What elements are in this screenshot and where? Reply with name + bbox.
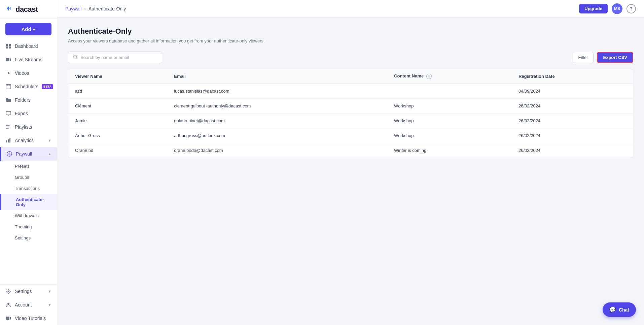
cell-content-name-0 — [387, 84, 512, 98]
breadcrumb: Paywall › Authenticate-Only — [65, 6, 126, 11]
nav-analytics[interactable]: Analytics ▼ — [0, 134, 57, 147]
sidebar-bottom: Settings ▼ Account ▼ Video Tutorials — [0, 284, 57, 325]
nav-settings[interactable]: Settings ▼ — [0, 285, 57, 298]
sub-nav-presets[interactable]: Presets — [0, 161, 57, 172]
nav-playlists[interactable]: Playlists — [0, 120, 57, 134]
toolbar: Filter Export CSV — [68, 52, 633, 63]
page-content: Authenticate-Only Access your viewers da… — [57, 18, 644, 325]
folders-icon — [5, 97, 11, 103]
add-button[interactable]: Add + — [5, 23, 51, 35]
page-description: Access your viewers database and gather … — [68, 38, 633, 43]
cell-viewer-name-0: azd — [68, 84, 167, 98]
table-row: Arthur Gross arthur.gross@outlook.com Wo… — [68, 128, 633, 143]
table-header-row: Viewer Name Email Content Name ℹ Registr… — [68, 69, 633, 84]
logo-icon — [5, 5, 13, 14]
svg-rect-3 — [9, 46, 11, 48]
video-tutorials-label: Video Tutorials — [15, 316, 51, 321]
cell-content-name-2: Workshop — [387, 113, 512, 128]
video-tutorials-icon — [5, 315, 11, 321]
nav-folders[interactable]: Folders — [0, 93, 57, 107]
withdrawals-label: Withdrawals — [15, 213, 39, 218]
live-streams-icon — [5, 57, 11, 63]
sub-nav-theming[interactable]: Theming — [0, 221, 57, 232]
cell-viewer-name-1: Clément — [68, 98, 167, 113]
cell-email-4: orane.bodo@dacast.com — [167, 143, 387, 158]
export-csv-button[interactable]: Export CSV — [597, 52, 633, 63]
filter-button[interactable]: Filter — [573, 52, 594, 63]
breadcrumb-current: Authenticate-Only — [88, 6, 126, 11]
sub-nav-groups[interactable]: Groups — [0, 172, 57, 183]
schedulers-label: Schedulers — [15, 84, 38, 89]
search-icon — [73, 55, 78, 60]
svg-rect-14 — [6, 317, 9, 320]
presets-label: Presets — [15, 164, 30, 169]
col-registration-date: Registration Date — [512, 69, 633, 84]
svg-rect-2 — [6, 46, 8, 48]
transactions-label: Transactions — [15, 186, 40, 191]
page-title: Authenticate-Only — [68, 27, 633, 36]
col-email: Email — [167, 69, 387, 84]
authenticate-only-label: Authenticate-Only — [16, 197, 51, 207]
sub-nav-withdrawals[interactable]: Withdrawals — [0, 210, 57, 221]
chat-button[interactable]: 💬 Chat — [603, 302, 636, 317]
cell-email-3: arthur.gross@outlook.com — [167, 128, 387, 143]
svg-rect-8 — [8, 139, 9, 142]
svg-point-12 — [8, 291, 9, 292]
search-input[interactable] — [80, 55, 157, 60]
expos-icon — [5, 110, 11, 117]
svg-point-15 — [74, 55, 77, 58]
sub-nav-settings[interactable]: Settings — [0, 232, 57, 243]
account-label: Account — [15, 302, 44, 307]
logo: dacast — [0, 0, 57, 19]
cell-registration-date-4: 26/02/2024 — [512, 143, 633, 158]
nav-paywall[interactable]: $ Paywall ▲ — [0, 147, 57, 161]
nav-expos[interactable]: Expos — [0, 107, 57, 120]
theming-label: Theming — [15, 224, 32, 229]
topbar-right: Upgrade MS ? — [579, 3, 636, 14]
cell-registration-date-0: 04/09/2024 — [512, 84, 633, 98]
cell-email-1: clement.guibout+authonly@dacast.com — [167, 98, 387, 113]
cell-content-name-3: Workshop — [387, 128, 512, 143]
cell-content-name-4: Winter is coming — [387, 143, 512, 158]
breadcrumb-paywall[interactable]: Paywall — [65, 6, 81, 11]
table-row: Jamie nolann.binet@dacast.com Workshop 2… — [68, 113, 633, 128]
settings-arrow: ▼ — [48, 289, 51, 293]
cell-content-name-1: Workshop — [387, 98, 512, 113]
beta-badge: BETA — [42, 84, 53, 89]
table-row: Clément clement.guibout+authonly@dacast.… — [68, 98, 633, 113]
analytics-icon — [5, 137, 11, 143]
dashboard-icon — [5, 43, 11, 49]
nav-live-streams[interactable]: Live Streams — [0, 53, 57, 66]
viewers-table: Viewer Name Email Content Name ℹ Registr… — [68, 69, 633, 158]
sub-nav-authenticate-only[interactable]: Authenticate-Only — [0, 194, 57, 210]
col-viewer-name: Viewer Name — [68, 69, 167, 84]
toolbar-right: Filter Export CSV — [573, 52, 633, 63]
main-content: Paywall › Authenticate-Only Upgrade MS ?… — [57, 0, 644, 325]
svg-rect-9 — [9, 138, 10, 142]
chat-label: Chat — [619, 307, 629, 313]
groups-label: Groups — [15, 175, 29, 180]
paywall-arrow: ▲ — [48, 152, 51, 156]
videos-label: Videos — [15, 70, 51, 76]
sub-nav-transactions[interactable]: Transactions — [0, 183, 57, 194]
svg-rect-0 — [6, 44, 8, 46]
table-row: azd lucas.stanislas@dacast.com 04/09/202… — [68, 84, 633, 98]
avatar[interactable]: MS — [612, 3, 622, 14]
account-icon — [5, 302, 11, 308]
table-row: Orane bd orane.bodo@dacast.com Winter is… — [68, 143, 633, 158]
chat-icon: 💬 — [609, 306, 616, 313]
logo-text: dacast — [15, 5, 38, 14]
nav-videos[interactable]: Videos — [0, 66, 57, 80]
upgrade-button[interactable]: Upgrade — [579, 4, 608, 13]
nav-video-tutorials[interactable]: Video Tutorials — [0, 312, 57, 325]
breadcrumb-separator: › — [84, 6, 86, 11]
folders-label: Folders — [15, 97, 51, 103]
nav-account[interactable]: Account ▼ — [0, 298, 57, 312]
nav-schedulers[interactable]: Schedulers BETA — [0, 80, 57, 93]
svg-point-13 — [7, 303, 9, 305]
dashboard-label: Dashboard — [15, 43, 51, 49]
nav-dashboard[interactable]: Dashboard — [0, 39, 57, 53]
settings-label: Settings — [15, 235, 31, 240]
help-icon[interactable]: ? — [627, 4, 636, 13]
content-name-info-icon[interactable]: ℹ — [426, 74, 432, 79]
